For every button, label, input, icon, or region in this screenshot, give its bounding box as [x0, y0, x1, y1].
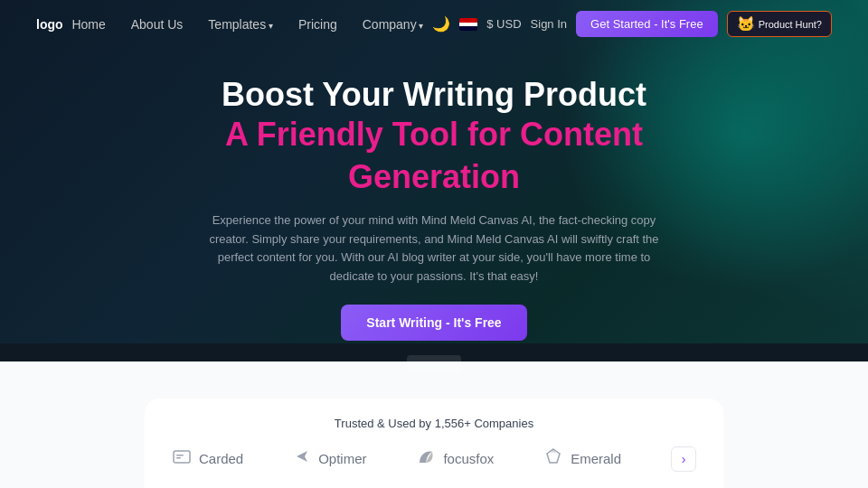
trusted-section: Trusted & Used by 1,556+ Companies Carde… — [145, 399, 723, 488]
nav-pricing[interactable]: Pricing — [298, 16, 337, 33]
company-emerald: Emerald — [543, 446, 621, 471]
svg-marker-3 — [297, 451, 307, 462]
hero-title-pink: A Friendly Tool for Content Generation — [18, 114, 850, 199]
hero-title-white: Boost Your Writing Product — [18, 75, 850, 114]
get-started-button[interactable]: Get Started - It's Free — [576, 11, 718, 37]
nav-links: Home About Us Templates Pricing Company — [71, 16, 423, 33]
hero-section: Boost Your Writing Product A Friendly To… — [0, 48, 868, 391]
product-hunt-label: Product Hunt? — [759, 19, 822, 30]
carded-icon — [172, 446, 192, 471]
company-carded: Carded — [172, 446, 243, 471]
navbar: logo Home About Us Templates Pricing Com… — [0, 0, 868, 48]
signin-link[interactable]: Sign In — [531, 17, 567, 31]
nav-templates[interactable]: Templates — [208, 16, 273, 33]
nav-right: 🌙 $ USD Sign In Get Started - It's Free … — [432, 11, 832, 37]
nav-home[interactable]: Home — [71, 16, 105, 33]
trusted-title: Trusted & Used by 1,556+ Companies — [172, 417, 696, 430]
hero-image — [407, 355, 461, 373]
nav-company[interactable]: Company — [363, 16, 424, 33]
emerald-label: Emerald — [571, 451, 621, 466]
start-writing-button[interactable]: Start Writing - It's Free — [341, 305, 526, 341]
focusfox-icon — [416, 446, 436, 471]
optimer-label: Optimer — [318, 451, 366, 466]
focusfox-label: focusfox — [443, 451, 494, 466]
optimer-icon — [293, 447, 311, 470]
svg-rect-0 — [174, 451, 190, 463]
svg-rect-1 — [176, 455, 184, 456]
flag-icon — [459, 18, 477, 31]
companies-row: Carded Optimer — [172, 446, 696, 472]
company-focusfox: focusfox — [416, 446, 494, 471]
currency-selector[interactable]: $ USD — [486, 17, 521, 31]
svg-rect-2 — [176, 457, 181, 459]
moon-icon[interactable]: 🌙 — [432, 15, 450, 33]
emerald-icon — [543, 446, 563, 471]
nav-about[interactable]: About Us — [131, 16, 184, 33]
hero-subtitle: Experience the power of your mind with M… — [199, 211, 669, 286]
product-hunt-button[interactable]: 🐱 Product Hunt? — [727, 11, 832, 37]
company-optimer: Optimer — [293, 447, 366, 470]
logo: logo — [36, 17, 63, 32]
page-wrapper: logo Home About Us Templates Pricing Com… — [0, 0, 868, 488]
product-hunt-icon: 🐱 — [737, 15, 755, 33]
carded-label: Carded — [199, 451, 243, 466]
next-companies-button[interactable]: › — [671, 446, 696, 472]
